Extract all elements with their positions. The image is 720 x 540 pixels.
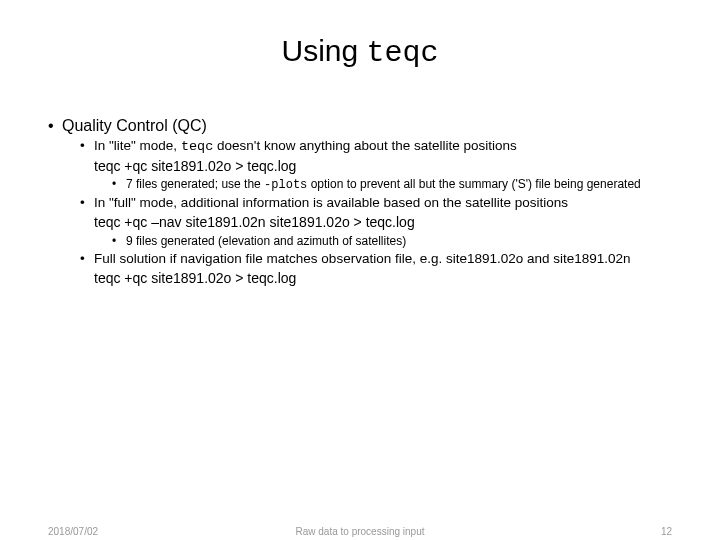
qc-heading: Quality Control (QC) xyxy=(62,117,207,134)
lite-files-pre: 7 files generated; use the xyxy=(126,177,264,191)
lite-pre: In "lite" mode, xyxy=(94,138,181,153)
lite-post: doesn't know anything about the satellit… xyxy=(213,138,517,153)
full-files-text: 9 files generated (elevation and azimuth… xyxy=(126,234,406,248)
bullet-lite-files: 7 files generated; use the -plots option… xyxy=(112,177,672,193)
lite-files-post: option to prevent all but the summary ('… xyxy=(307,177,640,191)
fullsol-pre1: Full solution if navigation file matches… xyxy=(94,251,446,266)
fullsol-f2: site1891.02n xyxy=(553,251,630,266)
title-prefix: Using xyxy=(281,34,366,67)
bullet-full: In "full" mode, additional information i… xyxy=(80,195,672,248)
bullet-qc: Quality Control (QC) In "lite" mode, teq… xyxy=(48,116,672,287)
sublist-full: 9 files generated (elevation and azimuth… xyxy=(112,234,672,249)
sublist-lite: 7 files generated; use the -plots option… xyxy=(112,177,672,193)
footer-page: 12 xyxy=(661,526,672,537)
bullet-full-files: 9 files generated (elevation and azimuth… xyxy=(112,234,672,249)
slide-title: Using teqc xyxy=(0,0,720,80)
fullsol-f1: site1891.02o xyxy=(446,251,523,266)
lite-cmd: teqc +qc site1891.02o > teqc.log xyxy=(94,158,672,176)
footer-title: Raw data to processing input xyxy=(0,526,720,537)
fullsol-cmd: teqc +qc site1891.02o > teqc.log xyxy=(94,270,672,288)
slide: Using teqc Quality Control (QC) In "lite… xyxy=(0,0,720,540)
slide-body: Quality Control (QC) In "lite" mode, teq… xyxy=(0,80,720,287)
bullet-fullsol: Full solution if navigation file matches… xyxy=(80,251,672,287)
lite-mono: teqc xyxy=(181,139,213,154)
title-cmd: teqc xyxy=(367,36,439,70)
full-text: In "full" mode, additional information i… xyxy=(94,195,568,210)
lite-files-mono: -plots xyxy=(264,178,307,192)
bullet-list: Quality Control (QC) In "lite" mode, teq… xyxy=(48,116,672,287)
sublist-qc: In "lite" mode, teqc doesn't know anythi… xyxy=(80,138,672,287)
bullet-lite: In "lite" mode, teqc doesn't know anythi… xyxy=(80,138,672,193)
fullsol-mid: and xyxy=(523,251,553,266)
full-cmd: teqc +qc –nav site1891.02n site1891.02o … xyxy=(94,214,672,232)
